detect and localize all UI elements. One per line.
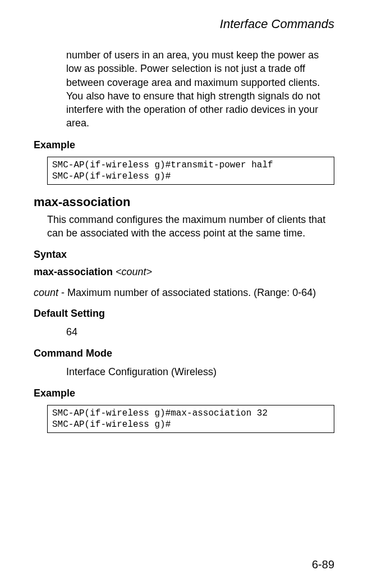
param-desc: - Maximum number of associated stations.…	[58, 287, 316, 298]
param-line: count - Maximum number of associated sta…	[34, 286, 334, 299]
page-number: 6-89	[312, 558, 334, 571]
example-code-1: SMC-AP(if-wireless g)#transmit-power hal…	[47, 157, 334, 185]
intro-paragraph: number of users in an area, you must kee…	[66, 48, 334, 130]
example-code-2: SMC-AP(if-wireless g)#max-association 32…	[47, 405, 334, 433]
param-name: count	[34, 287, 58, 298]
syntax-keyword: max-association	[34, 266, 113, 277]
example-label-2: Example	[34, 388, 334, 399]
example-label-1: Example	[34, 139, 334, 151]
command-heading-max-association: max-association	[34, 195, 334, 209]
command-description: This command configures the maximum numb…	[47, 213, 334, 240]
syntax-label: Syntax	[34, 249, 334, 261]
syntax-line: max-association <count>	[34, 266, 334, 278]
page-container: Interface Commands number of users in an…	[0, 0, 368, 588]
chapter-title: Interface Commands	[34, 17, 334, 31]
command-mode-value: Interface Configuration (Wireless)	[66, 365, 334, 379]
command-mode-label: Command Mode	[34, 348, 334, 359]
default-setting-value: 64	[66, 325, 334, 339]
default-setting-label: Default Setting	[34, 308, 334, 320]
syntax-arg: <count>	[116, 266, 152, 277]
